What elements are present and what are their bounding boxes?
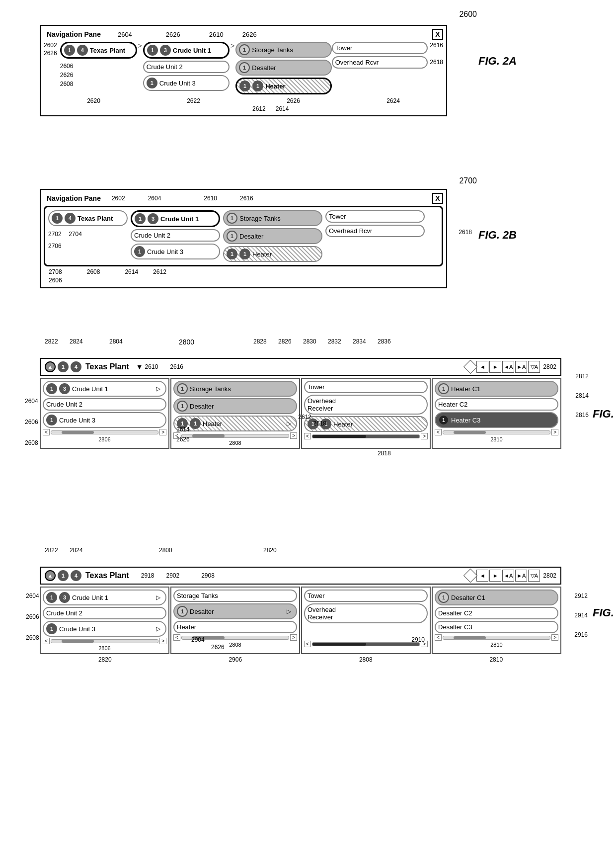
nav-item-desalterc3-2d[interactable]: Desalter C3 [435,621,558,633]
nav-item-tower-2d[interactable]: Tower [304,590,428,602]
close-button-2b[interactable]: X [432,193,443,204]
scroll-left-d3[interactable]: < [304,641,311,647]
toolbar-diamond-2d[interactable] [463,569,477,583]
overhead-label-2b: Overhead Rcvr [329,227,372,235]
toolbar-left-2c[interactable]: ◄ [476,361,488,373]
badge-heater2-2a: 1 [252,81,263,91]
toolbar-left-2d[interactable]: ◄ [476,570,488,582]
nav-item-heater-2b[interactable]: 1 1 Heater [223,246,322,262]
nav-item-crude1-2b[interactable]: 1 3 Crude Unit 1 [131,210,220,227]
nav-item-desalter-2b[interactable]: 1 Desalter [223,228,322,244]
toolbar-left-a-2c[interactable]: ◄A [502,361,514,373]
ann-2614-b: 2614 [125,268,138,275]
fig2b-container: 2700 Navigation Pane 2602 2604 2610 2616… [40,189,447,288]
fig2a-col2: 1 3 Crude Unit 1 Crude Unit 2 1 Crude Un… [143,42,230,91]
crude1-label-2a: Crude Unit 1 [173,47,211,54]
fig2b-title: Navigation Pane [44,193,104,203]
scroll-right-c4[interactable]: > [551,429,558,435]
nav-item-crude3-2c[interactable]: 1 Crude Unit 3 [43,412,166,428]
col2-scroller-2c: < > [173,432,297,439]
nav-item-desalterc2-2d[interactable]: Desalter C2 [435,607,558,619]
toolbar-right-a-2d[interactable]: ►A [515,570,527,582]
fig2d-col1-items: 1 3 Crude Unit 1 ▷ Crude Unit 2 1 Crude … [43,590,166,637]
nav-item-overhead-2b[interactable]: Overhead Rcvr [325,225,425,237]
ann-2626-c2: 2626 [176,436,190,443]
ann-2810-bottom: 2810 [489,656,503,663]
toolbar-right-a-2c[interactable]: ►A [515,361,527,373]
scroll-right-c2[interactable]: > [290,432,297,439]
fig2b-col4: Tower Overhead Rcvr [325,210,425,262]
arrow-crude1-2c: ▷ [156,385,160,392]
nav-item-crude2-2b[interactable]: Crude Unit 2 [131,229,220,242]
scroll-left-d2[interactable]: < [173,634,180,641]
scroll-right-d1[interactable]: > [159,638,166,644]
nav-item-heater-2c[interactable]: 1 1 Heater ▷ [173,416,297,431]
nav-item-crude3-2d[interactable]: 1 Crude Unit 3 ▷ [43,621,166,637]
toolbar-filter-2d[interactable]: ▽A [528,570,540,582]
scroll-left-d1[interactable]: < [43,638,50,644]
nav-item-tower-2b[interactable]: Tower [325,210,425,223]
nav-item-desalter-2c[interactable]: 1 Desalter [173,398,297,414]
nav-item-tower-2a[interactable]: Tower [332,42,428,54]
desalterc3-label-2d: Desalter C3 [438,623,472,631]
scroll-right-c1[interactable]: > [159,429,166,435]
nav-item-heater-2a[interactable]: 1 1 Heater [235,78,332,94]
ann-2822-d: 2822 [45,547,58,554]
nav-item-desalter-2d[interactable]: 1 Desalter ▷ [173,603,297,619]
nav-item-texas-plant-2a[interactable]: 1 4 Texas Plant [60,42,137,59]
nav-item-crude1-2c[interactable]: 1 3 Crude Unit 1 ▷ [43,381,166,397]
nav-item-crude3-2a[interactable]: 1 Crude Unit 3 [143,75,230,91]
nav-item-texas-plant-2b[interactable]: 1 4 Texas Plant [48,210,128,226]
ann-2600: 2600 [459,10,477,19]
toolbar-diamond-2c[interactable] [463,360,477,374]
nav-item-storage-2a[interactable]: 1 Storage Tanks [235,42,332,58]
nav-item-crude2-2c[interactable]: Crude Unit 2 [43,398,166,411]
toolbar-right-2c[interactable]: ► [489,361,501,373]
nav-item-crude1-2d[interactable]: 1 3 Crude Unit 1 ▷ [43,590,166,605]
nav-item-crude3-2b[interactable]: 1 Crude Unit 3 [131,244,220,259]
badge-1-2a: 1 [64,45,75,56]
fig2d-label: FIG. 2D [593,606,616,619]
scroll-right-d4[interactable]: > [551,634,558,641]
arrow-crude1-2d: ▷ [156,594,160,601]
nav-item-tower-2c[interactable]: Tower [304,381,428,393]
nav-item-overhead-2d[interactable]: Overhead Receiver [304,603,428,623]
nav-item-storage-2c[interactable]: 1 Storage Tanks [173,381,297,397]
scroll-left-d4[interactable]: < [435,634,442,641]
crude2-label-2a: Crude Unit 2 [147,63,183,71]
nav-item-desalterc1-2d[interactable]: 1 Desalter C1 [435,590,558,605]
nav-item-crude2-2a[interactable]: Crude Unit 2 [143,61,230,73]
badge-heater2-2b: 1 [239,249,250,259]
nav-item-heaterc1-2c[interactable]: 1 Heater C1 [435,381,558,397]
nav-item-overhead-2c[interactable]: Overhead Receiver [304,395,428,415]
fig2d-right-anns: 2912 2914 2916 [574,592,588,638]
nav-item-desalter-2a[interactable]: 1 Desalter [235,60,332,76]
nav-item-storage-2b[interactable]: 1 Storage Tanks [223,210,322,226]
nav-item-storage-2d[interactable]: Storage Tanks [173,590,297,602]
nav-item-crude1-2a[interactable]: 1 3 Crude Unit 1 [143,42,230,59]
page-container: 2600 Navigation Pane 2604 2626 2610 2626… [0,0,616,846]
nav-item-heaterc3-2c[interactable]: 1 Heater C3 [435,412,558,428]
ann-2624: 2624 [386,97,400,104]
nav-item-heater-2d[interactable]: Heater [173,621,297,633]
ann-2808-2c: 2808 [173,440,297,446]
scroll-left-c4[interactable]: < [435,429,442,435]
nav-item-overhead-2a[interactable]: Overhead Rcvr [332,56,428,69]
scroll-left-c1[interactable]: < [43,429,50,435]
toolbar-filter-2c[interactable]: ▽A [528,361,540,373]
toolbar-left-a-2d[interactable]: ◄A [502,570,514,582]
fig2b-col2: 1 3 Crude Unit 1 Crude Unit 2 1 Crude Un… [131,210,220,262]
ann-2606-a: 2606 [60,63,74,70]
fig2a-header: Navigation Pane 2604 2626 2610 2626 X [44,29,443,40]
toolbar-right-2d[interactable]: ► [489,570,501,582]
scroll-right-c3[interactable]: > [421,433,428,439]
nav-item-heaterc2-2c[interactable]: Heater C2 [435,398,558,411]
scroll-right-d2[interactable]: > [290,634,297,641]
ann-2824-d: 2824 [70,547,83,554]
arrow-desalter-2d: ▷ [287,608,291,615]
fig2d-col3-items: Tower Overhead Receiver [304,590,428,640]
scroll-left-c3[interactable]: < [304,433,311,439]
heater-label-2c: Heater [203,420,222,427]
nav-item-crude2-2d[interactable]: Crude Unit 2 [43,607,166,619]
close-button-2a[interactable]: X [432,29,443,40]
